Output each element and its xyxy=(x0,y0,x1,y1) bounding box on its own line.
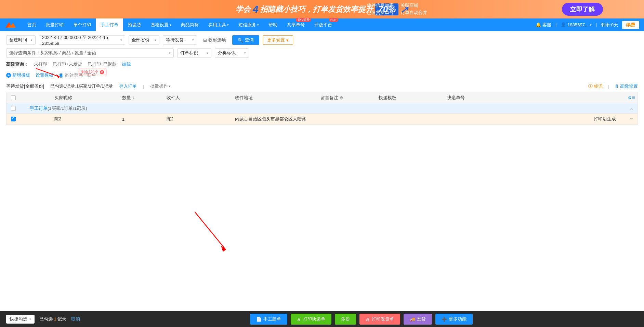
table-toolbar: 等待发货[全部省份] 已勾选1记录,1买家/1订单/1记录 导入订单 | 批量操… xyxy=(0,80,644,92)
nav-manual-order[interactable]: 手工订单 xyxy=(96,18,123,31)
cell-tracking: 打印后生成 xyxy=(444,116,630,122)
save-badge: 省快递费 xyxy=(296,18,311,22)
advq-printed-refunded[interactable]: 已打印+已退款 xyxy=(88,61,117,67)
selected-text: 已勾选1记录,1买家/1订单/1记录 xyxy=(50,83,113,89)
nav-single-print[interactable]: 单个打印 xyxy=(68,18,96,31)
date-range-select[interactable]: 2022-3-17 00:00:00 至 2022-4-15 23:59:59▾ xyxy=(39,35,125,45)
nav-pre-ship[interactable]: 预发货 xyxy=(123,18,146,31)
banner-pre: 学会 xyxy=(236,4,251,14)
logo-icon[interactable] xyxy=(5,21,16,29)
gear-icon[interactable]: ⚙ xyxy=(628,95,632,100)
col-recipient[interactable]: 收件人 xyxy=(164,95,232,101)
collapse-icon[interactable]: ︽ xyxy=(630,106,638,111)
col-qty[interactable]: 数量⇅ xyxy=(119,95,164,101)
sort-icon: ⇅ xyxy=(132,96,135,100)
advanced-settings-button[interactable]: 🎚高级设置 xyxy=(615,83,638,89)
renew-button[interactable]: 续费 xyxy=(622,21,639,29)
col-tracking[interactable]: 快递单号 xyxy=(444,95,624,101)
chevron-down-icon: ▾ xyxy=(120,38,122,42)
cell-recipient: 陈2 xyxy=(164,116,232,122)
chevron-down-icon: ▾ xyxy=(286,38,289,43)
feature-b1: 已发货换单号 xyxy=(367,9,394,16)
nav-help[interactable]: 帮助 xyxy=(264,18,282,31)
bell-icon: 🔔 xyxy=(536,22,541,27)
advq-label: 高级查询： xyxy=(6,61,28,67)
time-type-select[interactable]: 创建时间▾ xyxy=(6,35,36,45)
nav-share-waybill[interactable]: 共享单号省快递费 xyxy=(282,18,310,31)
collapse-options-toggle[interactable]: ⊟收起选项 xyxy=(200,36,229,44)
user-menu[interactable]: 👤1835697...▾ xyxy=(561,22,591,27)
chevron-down-icon: ▾ xyxy=(257,23,259,27)
nav-open-platform[interactable]: 开放平台HOT xyxy=(310,18,337,31)
query-button[interactable]: 🔍查询 xyxy=(232,35,259,45)
nav-sms[interactable]: 短信服务▾ xyxy=(234,18,264,31)
col-template[interactable]: 快递模板 xyxy=(376,95,444,101)
chevron-down-icon: ▾ xyxy=(169,51,171,55)
ship-status-select[interactable]: 等待发货▾ xyxy=(163,35,197,45)
cell-qty: 1 xyxy=(119,117,164,122)
user-icon: 👤 xyxy=(561,22,566,27)
nav-batch-print[interactable]: 批量打印 xyxy=(41,18,68,31)
nav-basic-settings[interactable]: 基础设置▾ xyxy=(146,18,176,31)
banner-num: 4 xyxy=(253,3,259,15)
col-remark[interactable]: 留言备注⚙ xyxy=(318,95,376,101)
info-icon: ⓘ xyxy=(588,83,593,89)
chevron-down-icon: ▾ xyxy=(169,84,171,88)
condition-select[interactable]: 选择查询条件：买家昵称 / 商品 / 数量 / 金额▾ xyxy=(6,48,174,58)
row-checkbox[interactable] xyxy=(11,117,16,121)
batch-ops-menu[interactable]: 批量操作▾ xyxy=(150,83,171,89)
nav-right: 🔔客服 | 👤1835697...▾ | 剩余:0天 续费 xyxy=(536,21,639,29)
nav-tools[interactable]: 实用工具▾ xyxy=(203,18,234,31)
plus-icon: + xyxy=(6,73,11,78)
cell-buyer: 陈2 xyxy=(20,116,119,122)
gear-icon[interactable]: ⚙ xyxy=(340,95,343,100)
add-template-button[interactable]: +新增模板 xyxy=(6,72,30,78)
more-settings-button[interactable]: 更多设置▾ xyxy=(263,35,293,45)
flag-button[interactable]: ⓘ标识 xyxy=(588,83,603,89)
kefu-button[interactable]: 🔔客服 xyxy=(536,22,551,28)
promo-banner: 学会 4 招隐藏小技巧，打单发货效率提升 70% ➚ 收件信息加密 已发货换单号… xyxy=(0,0,644,18)
col-address[interactable]: 收件地址 xyxy=(232,95,318,101)
chevron-down-icon: ▾ xyxy=(590,23,592,27)
chevron-down-icon: ▾ xyxy=(207,51,208,55)
banner-features: 收件信息加密 已发货换单号 关联店铺 订单自动合并 xyxy=(367,2,427,16)
import-orders-link[interactable]: 导入订单 xyxy=(119,83,137,89)
radio-input[interactable] xyxy=(59,73,63,78)
advq-printed-unshipped[interactable]: 已打印+未发货 xyxy=(53,61,82,67)
group-row[interactable]: 手工订单(1买家/1订单/1记录) ︽ xyxy=(6,103,638,114)
chevron-down-icon: ▾ xyxy=(227,23,229,27)
expand-icon[interactable]: ︾ xyxy=(630,117,638,122)
feature-a2: 关联店铺 xyxy=(400,2,427,9)
col-buyer[interactable]: 买家昵称 xyxy=(20,95,119,101)
columns-icon[interactable]: ☰ xyxy=(632,95,635,100)
banner-mid: 招隐藏小技巧，打单发货效率提升 xyxy=(260,4,373,14)
nav-items: 首页 批量打印 单个打印 手工订单 预发货 基础设置▾ 商品简称 实用工具▾ 短… xyxy=(23,18,337,31)
orders-table: 买家昵称 数量⇅ 收件人 收件地址 留言备注⚙ 快递模板 快递单号 ⚙☰ 手工订… xyxy=(6,92,638,125)
table-row[interactable]: 陈2 1 陈2 内蒙古自治区包头市昆都仑区大陆路 打印后生成 ︾ xyxy=(6,114,638,125)
chevron-down-icon: ▾ xyxy=(192,38,194,42)
advq-unprinted[interactable]: 未打印 xyxy=(34,61,47,67)
select-all-checkbox[interactable] xyxy=(11,95,16,100)
chevron-down-icon: ▾ xyxy=(244,51,246,55)
set-template-button[interactable]: 设置模板 xyxy=(36,72,53,78)
feature-a1: 收件信息加密 xyxy=(367,2,394,9)
order-tag-select[interactable]: 订单标识▾ xyxy=(177,48,211,58)
status-text: 等待发货[全部省份] xyxy=(6,83,44,89)
nav-home[interactable]: 首页 xyxy=(23,18,41,31)
cell-address: 内蒙古自治区包头市昆都仑区大陆路 xyxy=(232,116,318,122)
top-nav: 首页 批量打印 单个打印 手工订单 预发货 基础设置▾ 商品简称 实用工具▾ 短… xyxy=(0,18,644,31)
province-select[interactable]: 全部省份▾ xyxy=(129,35,159,45)
table-header: 买家昵称 数量⇅ 收件人 收件地址 留言备注⚙ 快递模板 快递单号 ⚙☰ xyxy=(6,92,638,103)
template-row: +新增模板 设置模板 韵达菜鸟一联单 剩余121个✕ xyxy=(0,70,644,80)
feature-b2: 订单自动合并 xyxy=(400,9,427,16)
banner-cta-button[interactable]: 立即了解 xyxy=(562,3,603,16)
filters-area: 创建时间▾ 2022-3-17 00:00:00 至 2022-4-15 23:… xyxy=(0,31,644,70)
close-icon[interactable]: ✕ xyxy=(100,70,104,74)
advq-edit[interactable]: 编辑 xyxy=(122,61,131,67)
group-checkbox[interactable] xyxy=(11,106,16,111)
category-tag-select[interactable]: 分类标识▾ xyxy=(215,48,249,58)
advanced-query: 高级查询： 未打印 已打印+未发货 已打印+已退款 编辑 xyxy=(6,61,638,67)
chevron-down-icon: ▾ xyxy=(31,38,32,42)
group-label: 手工订单(1买家/1订单/1记录) xyxy=(20,105,87,112)
nav-product-abbr[interactable]: 商品简称 xyxy=(176,18,203,31)
